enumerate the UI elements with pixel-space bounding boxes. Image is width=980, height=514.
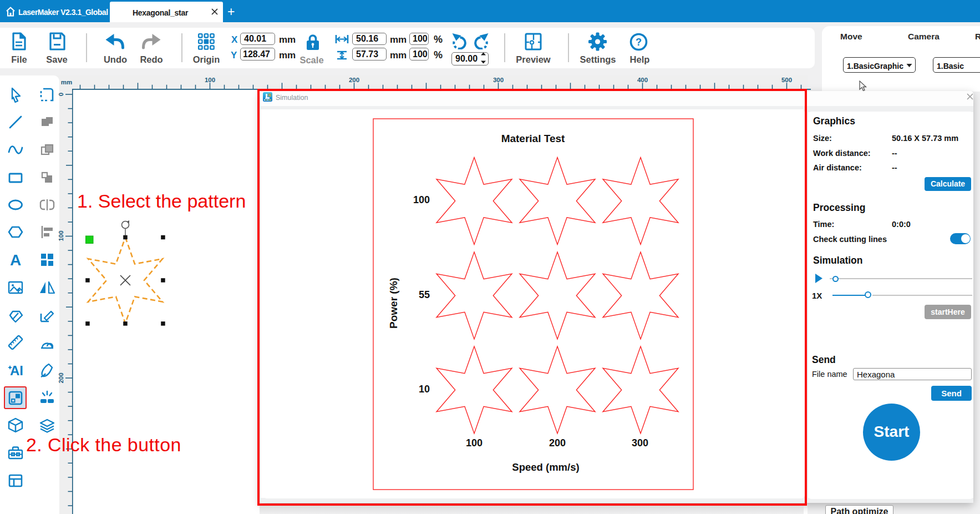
- svg-text:200: 200: [349, 77, 359, 83]
- svg-text:400: 400: [637, 77, 648, 83]
- svg-text:300: 300: [493, 77, 504, 83]
- svg-text:500: 500: [781, 77, 792, 83]
